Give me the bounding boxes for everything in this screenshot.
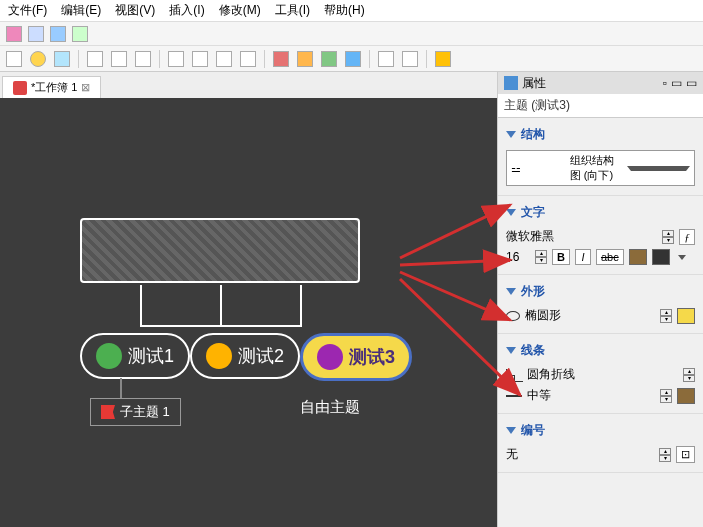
flag-green-icon[interactable] bbox=[321, 51, 337, 67]
undo-icon[interactable] bbox=[378, 51, 394, 67]
separator bbox=[426, 50, 427, 68]
menu-modify[interactable]: 修改(M) bbox=[219, 2, 261, 19]
font-family[interactable]: 微软雅黑 bbox=[506, 228, 657, 245]
font-size[interactable]: 16 bbox=[506, 250, 530, 264]
properties-panel: 属性 ▫ ▭ ▭ 主题 (测试3) 结构 ⚍ 组织结构图 (向下) 文字 微软雅… bbox=[497, 72, 703, 527]
node-label: 子主题 1 bbox=[120, 403, 170, 421]
separator bbox=[159, 50, 160, 68]
weight-spinner[interactable]: ▴▾ bbox=[660, 389, 672, 403]
line-weight-select[interactable]: 中等 bbox=[527, 387, 655, 404]
separator bbox=[78, 50, 79, 68]
italic-button[interactable]: I bbox=[575, 249, 591, 265]
menu-file[interactable]: 文件(F) bbox=[8, 2, 47, 19]
separator bbox=[264, 50, 265, 68]
edit-icon[interactable] bbox=[168, 51, 184, 67]
topic-node-3-selected[interactable]: 测试3 bbox=[300, 333, 412, 381]
connector bbox=[140, 325, 302, 327]
save-icon[interactable] bbox=[50, 26, 66, 42]
refresh-icon[interactable] bbox=[72, 26, 88, 42]
section-number: 编号 无 ▴▾ ⊡ bbox=[498, 414, 703, 473]
dropdown-icon[interactable] bbox=[678, 255, 686, 260]
bulb-icon[interactable] bbox=[30, 51, 46, 67]
connector bbox=[220, 285, 222, 325]
tab-title: *工作簿 1 bbox=[31, 80, 77, 95]
font-spinner[interactable]: ▴▾ bbox=[662, 230, 674, 244]
node-label: 测试1 bbox=[128, 344, 174, 368]
tab-close-icon[interactable]: ⊠ bbox=[81, 81, 90, 94]
line-color-swatch[interactable] bbox=[677, 388, 695, 404]
tool-icon[interactable] bbox=[111, 51, 127, 67]
menu-insert[interactable]: 插入(I) bbox=[169, 2, 204, 19]
section-text: 文字 微软雅黑 ▴▾ ƒ 16 ▴▾ B I abc bbox=[498, 196, 703, 275]
tab-bar: *工作簿 1 ⊠ bbox=[0, 72, 497, 98]
link-icon[interactable] bbox=[240, 51, 256, 67]
topic-node-1[interactable]: 测试1 bbox=[80, 333, 190, 379]
panel-title: 属性 bbox=[522, 75, 659, 92]
fill-color-swatch[interactable] bbox=[677, 308, 695, 324]
tool-icon[interactable] bbox=[87, 51, 103, 67]
sub-topic[interactable]: 子主题 1 bbox=[90, 398, 181, 426]
toolbar-2 bbox=[0, 46, 703, 72]
align-button[interactable] bbox=[652, 249, 670, 265]
collapse-icon bbox=[506, 347, 516, 354]
shape-spinner[interactable]: ▴▾ bbox=[660, 309, 672, 323]
panel-subject: 主题 (测试3) bbox=[498, 94, 703, 118]
line-weight-icon bbox=[506, 395, 522, 397]
menu-tools[interactable]: 工具(I) bbox=[275, 2, 310, 19]
flag-orange-icon[interactable] bbox=[297, 51, 313, 67]
size-spinner[interactable]: ▴▾ bbox=[535, 250, 547, 264]
canvas-pane: *工作簿 1 ⊠ 测试1 测试2 测试3 bbox=[0, 72, 497, 527]
shape-select[interactable]: 椭圆形 bbox=[525, 307, 655, 324]
attach-icon[interactable] bbox=[216, 51, 232, 67]
open-icon[interactable] bbox=[28, 26, 44, 42]
node-label: 测试3 bbox=[349, 345, 395, 369]
collapse-icon bbox=[506, 209, 516, 216]
number-spinner[interactable]: ▴▾ bbox=[659, 448, 671, 462]
separator bbox=[369, 50, 370, 68]
section-header[interactable]: 外形 bbox=[506, 280, 695, 303]
new-file-icon[interactable] bbox=[6, 26, 22, 42]
line-spinner[interactable]: ▴▾ bbox=[683, 368, 695, 382]
number-format-button[interactable]: ⊡ bbox=[676, 446, 695, 463]
dropdown-icon bbox=[627, 166, 690, 171]
menu-view[interactable]: 视图(V) bbox=[115, 2, 155, 19]
connector bbox=[120, 378, 122, 398]
structure-select[interactable]: ⚍ 组织结构图 (向下) bbox=[506, 150, 695, 186]
section-header[interactable]: 结构 bbox=[506, 123, 695, 146]
flag-blue-icon[interactable] bbox=[345, 51, 361, 67]
mindmap-canvas[interactable]: 测试1 测试2 测试3 子主题 1 自由主题 bbox=[0, 98, 497, 527]
collapse-icon bbox=[506, 288, 516, 295]
tab-app-icon bbox=[13, 81, 27, 95]
bold-button[interactable]: B bbox=[552, 249, 570, 265]
free-topic-label[interactable]: 自由主题 bbox=[300, 398, 360, 417]
chart-icon[interactable] bbox=[54, 51, 70, 67]
strike-button[interactable]: abc bbox=[596, 249, 624, 265]
line-type-select[interactable]: 圆角折线 bbox=[527, 366, 678, 383]
menu-edit[interactable]: 编辑(E) bbox=[61, 2, 101, 19]
restore-icon[interactable]: ▭ bbox=[671, 76, 682, 90]
section-header[interactable]: 编号 bbox=[506, 419, 695, 442]
menu-help[interactable]: 帮助(H) bbox=[324, 2, 365, 19]
smiley-yellow-icon bbox=[206, 343, 232, 369]
minimize-icon[interactable]: ▫ bbox=[663, 76, 667, 90]
close-icon[interactable]: ▭ bbox=[686, 76, 697, 90]
tag-icon[interactable] bbox=[192, 51, 208, 67]
text-color-swatch[interactable] bbox=[629, 249, 647, 265]
page-icon[interactable] bbox=[6, 51, 22, 67]
flag-red-icon[interactable] bbox=[273, 51, 289, 67]
ellipse-icon bbox=[506, 311, 520, 321]
section-header[interactable]: 线条 bbox=[506, 339, 695, 362]
section-structure: 结构 ⚍ 组织结构图 (向下) bbox=[498, 118, 703, 196]
section-header[interactable]: 文字 bbox=[506, 201, 695, 224]
tool-icon[interactable] bbox=[135, 51, 151, 67]
document-tab[interactable]: *工作簿 1 ⊠ bbox=[2, 76, 101, 98]
section-line: 线条 圆角折线 ▴▾ 中等 ▴▾ bbox=[498, 334, 703, 414]
panel-header: 属性 ▫ ▭ ▭ bbox=[498, 72, 703, 94]
number-select[interactable]: 无 bbox=[506, 446, 654, 463]
topic-node-2[interactable]: 测试2 bbox=[190, 333, 300, 379]
root-topic[interactable] bbox=[80, 218, 360, 283]
redo-icon[interactable] bbox=[402, 51, 418, 67]
smiley-green-icon bbox=[96, 343, 122, 369]
script-button[interactable]: ƒ bbox=[679, 229, 695, 245]
up-arrow-icon[interactable] bbox=[435, 51, 451, 67]
